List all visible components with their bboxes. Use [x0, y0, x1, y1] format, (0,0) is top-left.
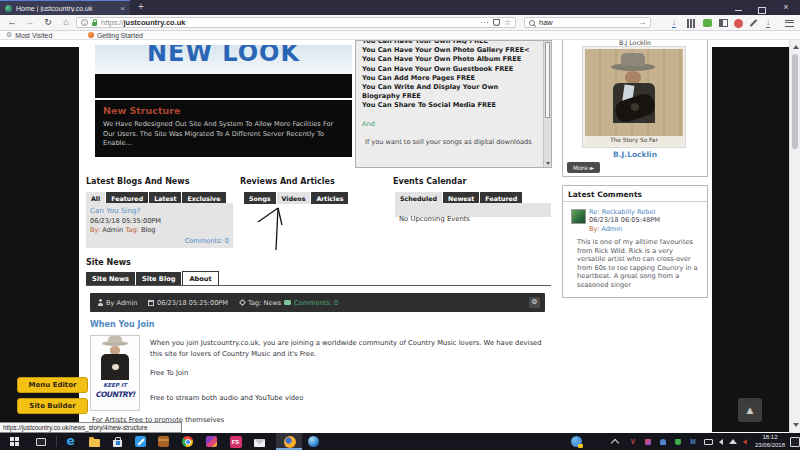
- window-minimize-button[interactable]: [726, 0, 750, 15]
- browser-scrollbar[interactable]: [789, 40, 800, 433]
- network-icon[interactable]: [728, 435, 737, 448]
- tab-articles[interactable]: Articles: [311, 192, 348, 204]
- tab-site-blog[interactable]: Site Blog: [136, 272, 181, 286]
- blog-author[interactable]: Admin: [102, 226, 123, 234]
- bookmark-label: Getting Started: [97, 32, 143, 39]
- extension-icon[interactable]: [700, 17, 714, 29]
- blog-post-link[interactable]: Can You Sing?: [90, 206, 229, 215]
- library-icon[interactable]: [684, 17, 698, 29]
- tab-site-news[interactable]: Site News: [86, 272, 135, 286]
- speaker-icon[interactable]: [716, 435, 725, 448]
- tab-songs[interactable]: Songs: [244, 192, 276, 204]
- search-go-icon[interactable]: →: [638, 18, 646, 27]
- search-icon: [529, 20, 535, 26]
- tray-m-icon[interactable]: M: [688, 435, 698, 448]
- search-input[interactable]: [539, 18, 634, 27]
- site-favicon: [5, 5, 12, 12]
- firefox-icon[interactable]: [283, 435, 296, 448]
- banner-title: NEW LOOK: [95, 45, 352, 67]
- home-icon[interactable]: ⌂: [58, 15, 74, 30]
- back-icon[interactable]: ←: [4, 15, 20, 30]
- file-explorer-icon[interactable]: [88, 435, 101, 448]
- download-alt-icon[interactable]: ↓: [761, 17, 775, 29]
- pocket-icon[interactable]: [493, 19, 500, 26]
- scroll-down-icon[interactable]: [546, 162, 550, 165]
- page-actions-icon[interactable]: [481, 19, 489, 27]
- artist-link[interactable]: B.J.Locklin: [563, 150, 707, 159]
- features-scrollbox[interactable]: You Can Have Your Own FAQ FREE You Can H…: [355, 40, 552, 168]
- tray-v-icon[interactable]: V: [628, 435, 638, 448]
- blog-tag[interactable]: Blog: [141, 226, 156, 234]
- battery-icon[interactable]: [703, 435, 713, 448]
- tab-close-icon[interactable]: ×: [120, 1, 125, 16]
- window-close-button[interactable]: ×: [774, 0, 798, 15]
- browser-app-icon[interactable]: [307, 435, 320, 448]
- album-cover-image[interactable]: The Story So Far: [583, 47, 685, 147]
- tray-person-icon[interactable]: [658, 435, 668, 448]
- hidden-icons-chevron[interactable]: [610, 435, 620, 448]
- paint-app-icon[interactable]: [134, 435, 147, 448]
- new-tab-button[interactable]: +: [134, 0, 148, 15]
- task-view-button[interactable]: [34, 435, 47, 448]
- url-bar[interactable]: i https://justcountry.co.uk ☆: [76, 17, 516, 28]
- action-center-icon[interactable]: [790, 437, 800, 447]
- site-builder-button[interactable]: Site Builder: [17, 398, 88, 414]
- features-scroll-thumb[interactable]: [545, 42, 550, 118]
- tray-defender-icon[interactable]: [673, 435, 683, 448]
- meta-comments[interactable]: Comments: 0: [284, 293, 338, 312]
- pen-icon[interactable]: [746, 17, 760, 29]
- browser-tab[interactable]: Home | justcountry.co.uk ×: [0, 0, 130, 15]
- tab-videos[interactable]: Videos: [277, 192, 311, 204]
- annotation-arrow: [249, 204, 289, 252]
- scrollbar-up-icon[interactable]: [793, 45, 799, 49]
- tray-gem-icon[interactable]: [643, 435, 653, 448]
- update-shield-icon[interactable]: [570, 435, 583, 448]
- menu-editor-button[interactable]: Menu Editor: [17, 377, 88, 393]
- package-app-icon[interactable]: [157, 435, 170, 448]
- taskbar-clock[interactable]: 18:12 23/06/2018: [752, 434, 788, 449]
- article-paragraph-2: Free To Join: [150, 368, 188, 379]
- person-icon: [98, 303, 103, 306]
- site-news-title: Site News: [86, 258, 131, 267]
- start-button[interactable]: [8, 435, 21, 448]
- comment-avatar[interactable]: [571, 209, 586, 224]
- bookmark-star-icon[interactable]: ☆: [504, 18, 511, 28]
- new-look-banner[interactable]: NEW LOOK: [95, 45, 352, 98]
- photos-app-icon[interactable]: [205, 435, 218, 448]
- comment-link[interactable]: Re: Rockabilly Rebel: [589, 208, 660, 216]
- tab-about[interactable]: About: [182, 271, 218, 286]
- windows-logo-icon: [10, 437, 19, 446]
- news-title: New Structure: [103, 105, 344, 116]
- url-text[interactable]: https://justcountry.co.uk: [101, 18, 477, 27]
- scrollbar-thumb[interactable]: [792, 54, 798, 149]
- info-icon[interactable]: i: [81, 19, 88, 26]
- scrollbar-down-icon[interactable]: [793, 423, 799, 427]
- tag-icon: [239, 299, 246, 306]
- adblock-icon[interactable]: [731, 17, 745, 29]
- blog-post-date: 06/23/18 05:35:00PM: [90, 217, 229, 225]
- blog-comments-count[interactable]: Comments: 0: [185, 237, 229, 245]
- download-icon[interactable]: ↓: [667, 17, 681, 29]
- comment-author-link[interactable]: Admin: [601, 225, 622, 233]
- forward-icon[interactable]: →: [22, 15, 38, 30]
- bookmark-most-visited[interactable]: ⚙ Most Visited: [6, 31, 52, 39]
- more-button[interactable]: More ►: [567, 162, 600, 173]
- menu-icon[interactable]: [782, 17, 796, 29]
- refresh-icon[interactable]: ↻: [40, 15, 56, 30]
- volume-alert-icon[interactable]: [740, 435, 749, 448]
- sidebar-icon[interactable]: [716, 17, 730, 29]
- window-maximize-button[interactable]: [750, 0, 774, 15]
- features-scrollbar[interactable]: [543, 41, 551, 167]
- store-icon[interactable]: [111, 435, 124, 448]
- article-settings-button[interactable]: ⚙: [529, 297, 540, 308]
- fs-app-icon[interactable]: FS: [229, 435, 242, 448]
- search-bar[interactable]: →: [524, 17, 651, 28]
- edge-icon[interactable]: e: [64, 435, 77, 448]
- new-structure-box: New Structure We Have Redesigned Out Sit…: [95, 100, 352, 157]
- article-title-link[interactable]: When You Join: [90, 320, 154, 329]
- status-url-tooltip: https://justcountry.co.uk/news_story/4/n…: [0, 422, 182, 433]
- back-to-top-button[interactable]: ▲: [738, 398, 762, 422]
- mail-app-icon[interactable]: [253, 435, 266, 448]
- bookmark-getting-started[interactable]: Getting Started: [88, 31, 143, 39]
- chrome-icon[interactable]: [181, 435, 194, 448]
